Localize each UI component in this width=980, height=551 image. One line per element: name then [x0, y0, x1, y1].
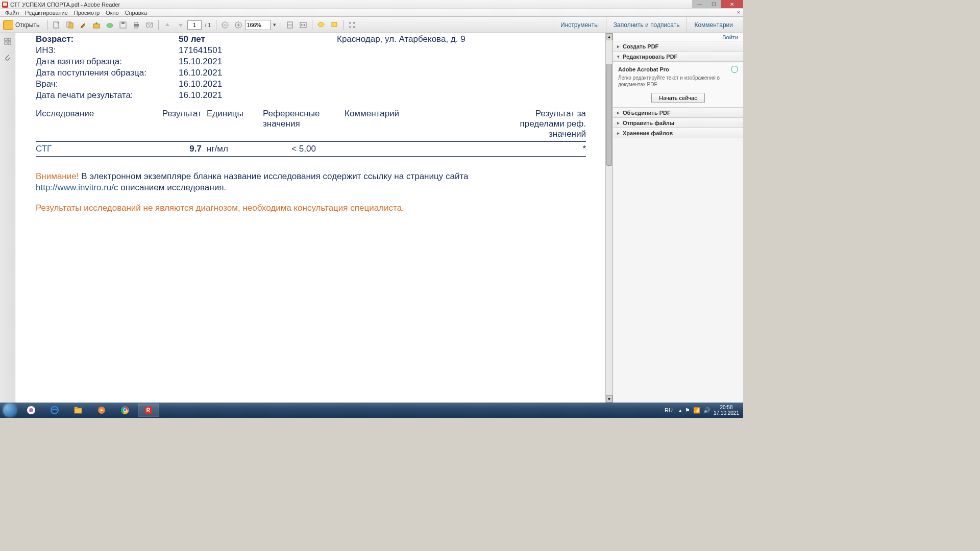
info-value: 16.10.2021: [179, 79, 332, 89]
start-button[interactable]: [0, 403, 19, 418]
zoom-out-button[interactable]: [219, 19, 231, 31]
start-now-button[interactable]: Начать сейчас: [651, 93, 704, 103]
scroll-up-button[interactable]: ▲: [606, 33, 612, 40]
panel-description: Легко редактируйте текст и изображения в…: [618, 74, 738, 88]
maximize-button[interactable]: ☐: [706, 0, 721, 8]
pdf-page: Возраст: 50 лет Краснодар, ул. Атарбеков…: [15, 33, 605, 403]
share-button[interactable]: [90, 19, 103, 31]
network-icon[interactable]: 📶: [693, 407, 700, 414]
page-up-button[interactable]: [161, 19, 174, 31]
zoom-in-button[interactable]: [232, 19, 244, 31]
info-label: Дата взятия образца:: [36, 57, 174, 67]
brand-label: Adobe Acrobat Pro: [618, 66, 669, 72]
vertical-scrollbar[interactable]: ▲ ▼: [605, 33, 612, 403]
task-yandex[interactable]: [20, 404, 42, 417]
attachments-icon[interactable]: [3, 53, 13, 63]
menu-help[interactable]: Справка: [122, 10, 150, 16]
task-chrome[interactable]: [114, 404, 136, 417]
col-result: Результат: [153, 109, 207, 139]
menubar-close-button[interactable]: ×: [737, 9, 740, 15]
folder-icon[interactable]: [3, 20, 13, 30]
chevron-right-icon: ▸: [617, 44, 620, 49]
sign-button[interactable]: [77, 19, 89, 31]
scrollbar-thumb[interactable]: [606, 64, 612, 166]
menubar: Файл Редактирование Просмотр Окно Справк…: [0, 9, 743, 17]
zoom-dropdown-button[interactable]: ▾: [271, 19, 278, 31]
thumbnails-icon[interactable]: [3, 36, 13, 46]
zoom-input[interactable]: [245, 20, 271, 30]
open-button[interactable]: Открыть: [15, 21, 39, 29]
svg-point-19: [318, 22, 324, 27]
tray-chevron-icon[interactable]: ▴: [679, 407, 682, 414]
login-link[interactable]: Войти: [613, 33, 743, 41]
panel-create-pdf[interactable]: ▸Создать PDF: [613, 41, 743, 52]
svg-rect-2: [69, 23, 73, 28]
note-link[interactable]: http://www.invitro.ru/: [36, 183, 114, 192]
panel-label: Редактировать PDF: [623, 54, 677, 60]
close-button[interactable]: ✕: [721, 0, 743, 8]
refresh-icon[interactable]: [731, 66, 738, 73]
panel-send-files[interactable]: ▸Отправить файлы: [613, 118, 743, 128]
svg-rect-3: [93, 24, 100, 28]
menu-window[interactable]: Окно: [103, 10, 122, 16]
panel-label: Создать PDF: [623, 43, 658, 49]
page-number-input[interactable]: [187, 20, 202, 30]
fit-width-button[interactable]: [297, 19, 309, 31]
tab-comments[interactable]: Комментарии: [687, 17, 740, 33]
highlight-button[interactable]: [328, 19, 340, 31]
task-explorer[interactable]: [67, 404, 89, 417]
svg-rect-22: [8, 38, 11, 41]
panel-edit-pdf[interactable]: ▾Редактировать PDF: [613, 52, 743, 62]
minimize-button[interactable]: —: [692, 0, 706, 8]
page-down-button[interactable]: [175, 19, 187, 31]
fit-page-button[interactable]: [284, 19, 296, 31]
info-value: 171641501: [179, 45, 332, 56]
toolbar: Открыть / 1 ▾ Инструменты Заполнить и по…: [0, 17, 743, 33]
left-sidebar: [0, 33, 15, 403]
windows-icon: [3, 404, 16, 417]
scroll-down-button[interactable]: ▼: [606, 395, 612, 403]
language-indicator[interactable]: RU: [665, 407, 673, 413]
system-tray: RU ▴ ⚑ 📶 🔊 20:58 17.10.2021: [665, 405, 743, 416]
note-warning: Внимание!: [36, 171, 79, 181]
table-row: СТГ 9.7 нг/мл < 5,00 *: [36, 142, 586, 157]
tab-fill-sign[interactable]: Заполнить и подписать: [606, 17, 687, 33]
col-comment: Комментарий: [345, 109, 503, 139]
svg-point-26: [29, 408, 33, 412]
chevron-down-icon: ▾: [617, 54, 620, 59]
comment-button[interactable]: [315, 19, 327, 31]
address: Краснодар, ул. Атарбекова, д. 9: [337, 34, 586, 44]
window-title: СТГ УСПЕХИ СПОРТА.pdf - Adobe Reader: [10, 2, 120, 8]
task-adobe-reader[interactable]: [138, 404, 159, 417]
page-total: / 1: [205, 22, 211, 28]
toolbar-separator: [312, 20, 312, 30]
col-unit: Единицы: [207, 109, 263, 139]
task-media-player[interactable]: [91, 404, 112, 417]
panel-edit-content: Adobe Acrobat Pro Легко редактируйте тек…: [613, 62, 743, 108]
email-button[interactable]: [143, 19, 156, 31]
result-ref: < 5,00: [263, 144, 345, 154]
read-mode-button[interactable]: [346, 19, 358, 31]
save-button[interactable]: [117, 19, 129, 31]
volume-icon[interactable]: 🔊: [703, 407, 710, 414]
test-name-link[interactable]: СТГ: [36, 144, 153, 154]
create-pdf-button[interactable]: [64, 19, 76, 31]
cloud-button[interactable]: [104, 19, 116, 31]
export-pdf-button[interactable]: [51, 19, 63, 31]
panel-merge-pdf[interactable]: ▸Объединить PDF: [613, 108, 743, 118]
print-button[interactable]: [130, 19, 142, 31]
toolbar-separator: [216, 20, 216, 30]
col-test: Исследование: [36, 109, 153, 139]
clock[interactable]: 20:58 17.10.2021: [714, 405, 739, 416]
menu-file[interactable]: Файл: [2, 10, 22, 16]
menu-view[interactable]: Просмотр: [71, 10, 103, 16]
tab-tools[interactable]: Инструменты: [553, 17, 606, 33]
task-ie[interactable]: [44, 404, 65, 417]
panel-label: Хранение файлов: [623, 130, 673, 136]
time: 20:58: [714, 405, 739, 410]
panel-store-files[interactable]: ▸Хранение файлов: [613, 128, 743, 138]
taskbar: RU ▴ ⚑ 📶 🔊 20:58 17.10.2021: [0, 403, 743, 418]
menu-edit[interactable]: Редактирование: [22, 10, 71, 16]
col-outside: Результат за пределами реф. значений: [503, 109, 586, 139]
flag-icon[interactable]: ⚑: [685, 407, 690, 414]
